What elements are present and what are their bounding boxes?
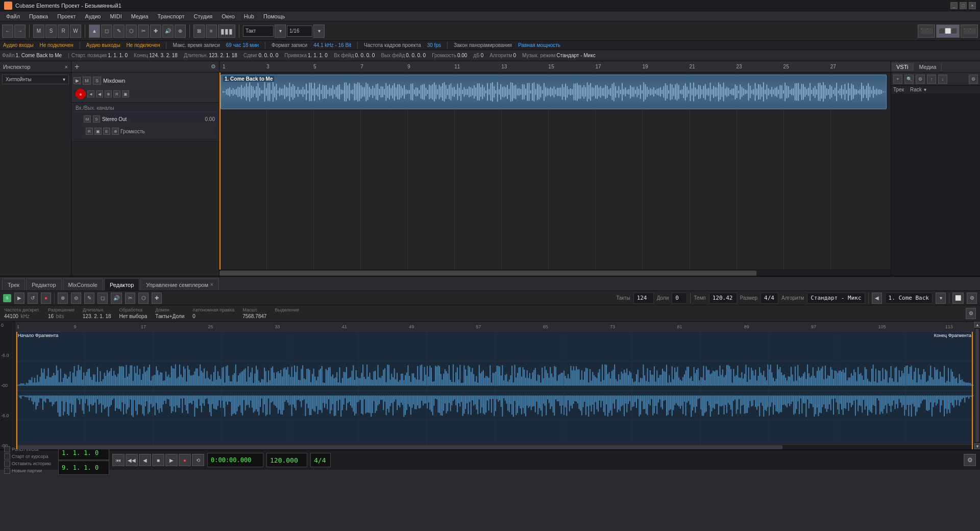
punch-checkbox[interactable] (4, 446, 10, 452)
toolbar-view-btn2[interactable]: ⬛⬜⬛ (936, 25, 960, 38)
toolbar-r-btn[interactable]: R (58, 25, 69, 38)
toolbar-pointer-tool[interactable]: ▲ (89, 25, 100, 38)
btab-trек[interactable]: Трек (2, 278, 25, 291)
se-vscroll-thumb[interactable] (975, 329, 979, 442)
close-btn[interactable]: × (969, 2, 976, 9)
toolbar-view-btn3[interactable]: ⬛⬛ (961, 25, 978, 38)
se-cut-btn[interactable]: ✂ (125, 293, 135, 304)
menu-transport[interactable]: Транспорт (154, 12, 189, 20)
maximize-btn[interactable]: □ (960, 2, 967, 9)
rpanel-down-btn[interactable]: ↓ (938, 75, 947, 84)
toolbar-zoom-tool[interactable]: ⊕ (175, 25, 186, 38)
se-play-btn[interactable]: ▶ (14, 293, 24, 304)
rpanel-search-btn[interactable]: 🔍 (904, 75, 914, 84)
start-cursor-checkbox[interactable] (4, 453, 10, 460)
stereo-r-btn[interactable]: R (86, 128, 93, 135)
menu-file[interactable]: Файл (2, 12, 24, 20)
toolbar-m-btn[interactable]: M (33, 25, 44, 38)
toolbar-snap-input[interactable] (243, 26, 274, 37)
rpanel-extra-btn[interactable]: ⚙ (969, 75, 978, 84)
menu-midi[interactable]: MIDI (106, 12, 126, 20)
toolbar-quantize-input[interactable] (287, 26, 312, 37)
toolbar-forward-btn[interactable]: → (14, 25, 26, 38)
menu-media[interactable]: Медиа (127, 12, 153, 20)
stereo-lock-btn[interactable]: ▣ (94, 128, 102, 135)
rpanel-up-btn[interactable]: ↑ (927, 75, 936, 84)
menu-audio[interactable]: Аудио (81, 12, 105, 20)
stereo-m-btn[interactable]: M (84, 115, 91, 123)
toolbar-w-btn[interactable]: W (70, 25, 81, 38)
audio-region[interactable]: 1. Come Back to Me (220, 75, 887, 109)
se-pencil-btn[interactable]: ✎ (84, 293, 94, 304)
track-m-btn[interactable]: M (83, 77, 91, 85)
minimize-btn[interactable]: _ (950, 2, 958, 9)
btab-editor2[interactable]: Редактор (104, 278, 139, 291)
menu-help[interactable]: Помощь (259, 12, 289, 20)
toolbar-quantize-dropdown[interactable]: ▾ (313, 25, 325, 38)
se-dropdown-btn[interactable]: ▾ (936, 293, 946, 304)
add-track-icon[interactable]: + (75, 62, 79, 71)
rpanel-settings-btn[interactable]: ⚙ (916, 75, 925, 84)
btab-editor[interactable]: Редактор (26, 278, 61, 291)
rpanel-rack-dropdown-icon[interactable]: ▾ (924, 87, 926, 92)
menu-window[interactable]: Окно (217, 12, 239, 20)
toolbar-erase-tool[interactable]: ⬡ (126, 25, 137, 38)
inspector-dropdown[interactable]: Хитпойнты ▾ (2, 75, 69, 84)
se-zoom-in-btn[interactable]: ⊕ (58, 293, 68, 304)
toolbar-mute-tool[interactable]: 🔊 (162, 25, 174, 38)
se-scroll-down[interactable]: ▼ (974, 443, 980, 449)
se-record-btn[interactable]: ● (41, 293, 51, 304)
transport-record-btn[interactable]: ● (179, 454, 191, 466)
se-v-scrollbar[interactable]: ▲ ▼ (974, 322, 980, 449)
h-scrollbar[interactable] (219, 270, 891, 276)
btab-sampler-close[interactable]: × (210, 282, 213, 287)
se-zoom-out-btn[interactable]: ⊖ (71, 293, 81, 304)
new-parts-checkbox[interactable] (4, 468, 10, 474)
toolbar-scissors-tool[interactable]: ✂ (138, 25, 149, 38)
transport-rewind-btn[interactable]: ⏮ (112, 454, 125, 466)
toolbar-back-btn[interactable]: ← (2, 25, 13, 38)
toolbar-extra-btn2[interactable]: ≡ (206, 25, 217, 38)
se-h-scrollbar[interactable] (16, 444, 974, 449)
se-scrollbar-thumb[interactable] (16, 445, 782, 449)
menu-studio[interactable]: Студия (189, 12, 216, 20)
menu-edit[interactable]: Правка (25, 12, 52, 20)
btab-sampler[interactable]: Управление семплером × (140, 278, 219, 291)
menu-hub[interactable]: Hub (240, 12, 258, 20)
menu-project[interactable]: Проект (53, 12, 80, 20)
se-extra-btn1[interactable]: ⬡ (138, 293, 149, 304)
history-checkbox[interactable] (4, 461, 10, 467)
rpanel-add-btn[interactable]: + (893, 75, 902, 84)
toolbar-extra-btn3[interactable]: ▮▮▮ (218, 25, 235, 38)
se-range-btn[interactable]: ◻ (97, 293, 108, 304)
toolbar-extra-btn1[interactable]: ⊠ (193, 25, 205, 38)
track-r-btn[interactable]: R (113, 90, 120, 98)
toolbar-range-tool[interactable]: ◻ (101, 25, 112, 38)
window-controls[interactable]: _ □ × (950, 2, 976, 9)
se-settings-btn[interactable]: ⚙ (967, 293, 977, 304)
transport-loop-btn[interactable]: ⟲ (192, 454, 204, 466)
se-mute-btn[interactable]: 🔊 (111, 293, 122, 304)
scrollbar-thumb[interactable] (219, 271, 756, 276)
track-lock-btn[interactable]: ▣ (122, 90, 129, 98)
toolbar-view-btn1[interactable]: ⬛⬛ (918, 25, 935, 38)
transport-prev-btn[interactable]: ◀ (139, 454, 151, 466)
stereo-chain-btn[interactable]: ⊕ (112, 128, 119, 135)
vsti-tab[interactable]: VSTi (891, 63, 914, 71)
toolbar-pencil-tool[interactable]: ✎ (113, 25, 125, 38)
se-expand-btn[interactable]: ⬜ (952, 293, 964, 304)
stereo-s-btn[interactable]: S (93, 115, 100, 123)
se-extra-btn2[interactable]: ✚ (152, 293, 162, 304)
se-loop-btn[interactable]: ↺ (28, 293, 38, 304)
track-write-btn[interactable]: ⊕ (105, 90, 112, 98)
stereo-eq-btn[interactable]: E (103, 128, 110, 135)
transport-back-btn[interactable]: ◀◀ (126, 454, 138, 466)
track-settings-icon[interactable]: ⚙ (211, 63, 216, 70)
toolbar-glue-tool[interactable]: ✚ (150, 25, 161, 38)
track-record-btn[interactable]: ● (76, 89, 86, 99)
transport-play-btn[interactable]: ▶ (165, 454, 178, 466)
track-expand-btn[interactable]: ▶ (74, 77, 81, 84)
transport-stop-btn[interactable]: ■ (152, 454, 164, 466)
transport-settings-btn[interactable]: ⚙ (964, 454, 976, 466)
media-tab[interactable]: Медиа (914, 63, 942, 71)
